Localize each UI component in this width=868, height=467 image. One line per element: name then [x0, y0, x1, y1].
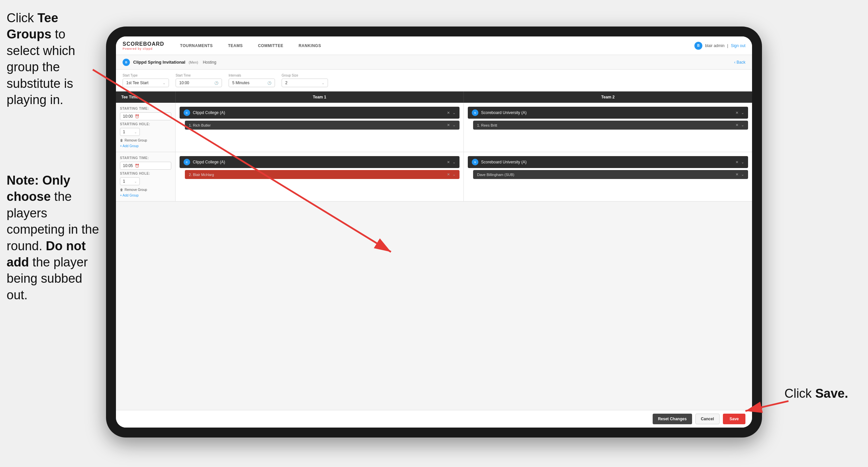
add-group-button-2[interactable]: + Add Group [120, 194, 171, 197]
close-icon[interactable]: ✕ [447, 111, 450, 115]
clock-icon-3: ⏰ [135, 114, 140, 119]
team2-avatar-2: S [472, 159, 478, 166]
player2-close-icon[interactable]: ✕ [736, 123, 739, 127]
reset-changes-button[interactable]: Reset Changes [653, 414, 692, 424]
team2-actions-2: ✕ ⌄ [736, 160, 744, 165]
team2-name-1: Scoreboard University (A) [481, 110, 733, 115]
team2-card-2[interactable]: S Scoreboard University (A) ✕ ⌄ [468, 156, 748, 168]
nav-separator: | [727, 43, 728, 48]
click-save-label: Click Save. [784, 386, 858, 401]
tablet-frame: SCOREBOARD Powered by clippd TOURNAMENTS… [106, 27, 762, 438]
player-close-icon[interactable]: ✕ [447, 123, 450, 127]
group-team1-cell-2: C Clippd College (A) ✕ ⌄ 2. Blair McHarg… [176, 152, 464, 201]
player2-card-1[interactable]: 1. Rees Britt ✕ ⌄ [473, 121, 748, 129]
starting-hole-input-2[interactable]: 1 ⌄ [120, 177, 140, 185]
player-expand-icon[interactable]: ⌄ [453, 123, 456, 127]
nav-avatar: B [694, 42, 702, 50]
table-header: Tee Time Team 1 Team 2 [116, 91, 752, 103]
expand-icon-2[interactable]: ⌄ [741, 111, 744, 115]
expand-icon[interactable]: ⌄ [453, 111, 456, 115]
player3-expand-icon[interactable]: ⌄ [453, 172, 456, 177]
th-tee-time: Tee Time [116, 91, 176, 103]
cancel-button[interactable]: Cancel [695, 414, 720, 424]
team1-name-2: Clippd College (A) [193, 160, 444, 165]
close-icon-2[interactable]: ✕ [736, 111, 739, 115]
team1-actions-2: ✕ ⌄ [447, 160, 456, 165]
expand-icon-3[interactable]: ⌄ [453, 160, 456, 165]
group-team1-cell-1: C Clippd College (A) ✕ ⌄ 1. Rich Butler … [176, 103, 464, 152]
group-row-2: STARTING TIME: 10:05 ⏰ STARTING HOLE: 1 … [116, 152, 752, 202]
trash-icon-2: 🗑 [120, 188, 123, 192]
add-group-button-1[interactable]: + Add Group [120, 144, 171, 148]
team1-name-1: Clippd College (A) [193, 110, 444, 115]
starting-time-value-1: 10:00 [123, 114, 133, 119]
start-type-value: 1st Tee Start [126, 81, 148, 85]
group-size-input[interactable]: 2 ⌄ [282, 79, 328, 87]
starting-hole-value-2: 1 [123, 179, 125, 184]
close-icon-4[interactable]: ✕ [736, 160, 739, 165]
start-time-label: Start Time [176, 74, 222, 77]
instruction-note-text: Note: Only choose the players competing … [7, 172, 103, 303]
team1-card-1[interactable]: C Clippd College (A) ✕ ⌄ [180, 107, 460, 119]
stepper-icon: ⌄ [322, 81, 324, 85]
content-area: STARTING TIME: 10:00 ⏰ STARTING HOLE: 1 … [116, 103, 752, 410]
nav-tournaments[interactable]: TOURNAMENTS [178, 42, 216, 49]
save-button[interactable]: Save [723, 414, 745, 424]
start-type-input[interactable]: 1st Tee Start ⌄ [123, 79, 169, 87]
team2-card-1[interactable]: S Scoreboard University (A) ✕ ⌄ [468, 107, 748, 119]
starting-time-label-1: STARTING TIME: [120, 107, 171, 110]
starting-time-input-1[interactable]: 10:00 ⏰ [120, 112, 171, 120]
hosting-label: Hosting [203, 60, 216, 65]
starting-hole-input-1[interactable]: 1 ⌄ [120, 128, 140, 136]
clock-icon: 🕐 [214, 81, 218, 85]
remove-group-label-2: Remove Group [125, 188, 147, 192]
start-type-field: Start Type 1st Tee Start ⌄ [123, 74, 169, 87]
player1-card-2[interactable]: 2. Blair McHarg ✕ ⌄ [185, 170, 460, 179]
player4-close-icon[interactable]: ✕ [736, 172, 739, 177]
start-time-input[interactable]: 10:00 🕐 [176, 79, 222, 87]
instruction-note: Note: Only choose the players competing … [0, 172, 109, 303]
player2-actions-2: ✕ ⌄ [736, 172, 744, 177]
footer-bar: Reset Changes Cancel Save [116, 410, 752, 428]
player2-name-1: 1. Rees Britt [477, 123, 733, 127]
expand-icon-4[interactable]: ⌄ [741, 160, 744, 165]
player1-name-2: 2. Blair McHarg [189, 173, 444, 177]
player4-expand-icon[interactable]: ⌄ [741, 172, 744, 177]
group-team2-cell-1: S Scoreboard University (A) ✕ ⌄ 1. Rees … [464, 103, 752, 152]
team2-avatar-1: S [472, 109, 478, 116]
player2-expand-icon[interactable]: ⌄ [741, 123, 744, 127]
remove-group-button-1[interactable]: 🗑 Remove Group [120, 139, 171, 142]
intervals-field: Intervals 5 Minutes 🕐 [228, 74, 275, 87]
team1-card-2[interactable]: C Clippd College (A) ✕ ⌄ [180, 156, 460, 168]
nav-teams[interactable]: TEAMS [225, 42, 246, 49]
player2-card-2[interactable]: Dave Billingham (SUB) ✕ ⌄ [473, 170, 748, 179]
team2-name-2: Scoreboard University (A) [481, 160, 733, 165]
close-icon-3[interactable]: ✕ [447, 160, 450, 165]
add-group-label-1: + Add Group [120, 144, 138, 148]
starting-hole-label-1: STARTING HOLE: [120, 122, 171, 126]
subheader-avatar: B [123, 59, 130, 66]
nav-committee[interactable]: COMMITTEE [255, 42, 286, 49]
back-button[interactable]: ‹ Back [734, 60, 745, 65]
sign-out-link[interactable]: Sign out [731, 43, 745, 48]
settings-row: Start Type 1st Tee Start ⌄ Start Time 10… [116, 69, 752, 91]
th-team1: Team 1 [176, 91, 464, 103]
group-left-1: STARTING TIME: 10:00 ⏰ STARTING HOLE: 1 … [116, 103, 176, 152]
nav-rankings[interactable]: RANKINGS [296, 42, 324, 49]
starting-time-label-2: STARTING TIME: [120, 156, 171, 160]
clock-icon-2: 🕐 [267, 81, 271, 85]
logo-text: SCOREBOARD [123, 41, 164, 47]
starting-time-input-2[interactable]: 10:05 ⏰ [120, 162, 171, 170]
add-group-label-2: + Add Group [120, 194, 138, 197]
team2-actions-1: ✕ ⌄ [736, 111, 744, 115]
team1-avatar-2: C [184, 159, 190, 166]
tournament-name: Clippd Spring Invitational [133, 60, 185, 65]
intervals-value: 5 Minutes [232, 81, 249, 85]
group-team2-cell-2: S Scoreboard University (A) ✕ ⌄ Dave Bil… [464, 152, 752, 201]
instruction-area: Click Tee Groups to select which group t… [0, 0, 106, 118]
remove-group-button-2[interactable]: 🗑 Remove Group [120, 188, 171, 192]
player3-close-icon[interactable]: ✕ [447, 172, 450, 177]
start-type-label: Start Type [123, 74, 169, 77]
intervals-input[interactable]: 5 Minutes 🕐 [228, 79, 275, 87]
player1-card-1[interactable]: 1. Rich Butler ✕ ⌄ [185, 121, 460, 129]
